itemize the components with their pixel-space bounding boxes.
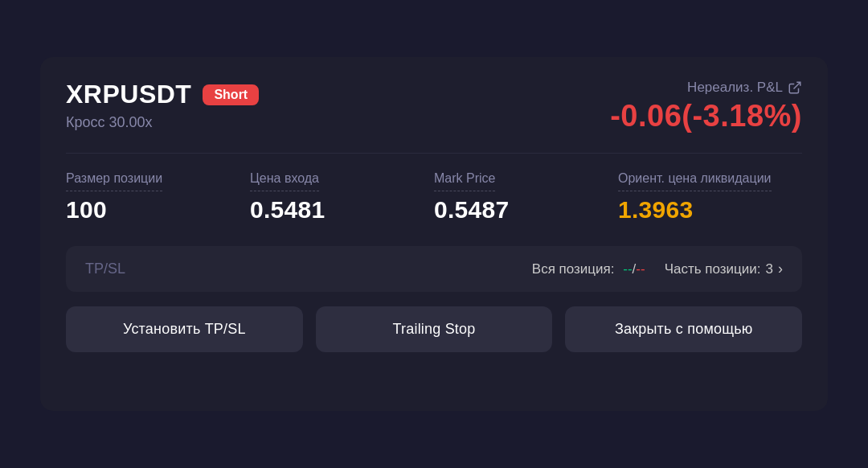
stat-value-position-size: 100 (66, 196, 250, 224)
stat-position-size: Размер позиции 100 (66, 171, 250, 224)
stat-label-entry-price: Цена входа (250, 171, 319, 191)
stat-value-liquidation-price: 1.3963 (618, 196, 802, 224)
pnl-value: -0.06(-3.18%) (610, 99, 802, 133)
stat-label-liquidation-price: Ориент. цена ликвидации (618, 171, 772, 191)
stat-label-mark-price: Mark Price (434, 171, 495, 191)
pnl-label: Нереализ. P&L (687, 80, 802, 96)
header-left: XRPUSDT Short Кросс 30.00x (66, 80, 259, 131)
stat-value-mark-price: 0.5487 (434, 196, 618, 224)
actions-row: Установить TP/SL Trailing Stop Закрыть с… (66, 306, 802, 352)
external-link-icon[interactable] (788, 80, 802, 95)
position-card: XRPUSDT Short Кросс 30.00x Нереализ. P&L… (40, 57, 828, 411)
stat-liquidation-price: Ориент. цена ликвидации 1.3963 (618, 171, 802, 224)
tpsl-all-label: Вся позиция: --/-- (532, 261, 645, 277)
title-row: XRPUSDT Short (66, 80, 259, 109)
svg-line-0 (794, 82, 800, 88)
tpsl-part: Часть позиции: 3 › (665, 261, 783, 277)
stat-label-position-size: Размер позиции (66, 171, 162, 191)
symbol: XRPUSDT (66, 80, 191, 109)
divider (66, 153, 802, 154)
short-badge: Short (203, 84, 259, 105)
tpsl-right: Вся позиция: --/-- Часть позиции: 3 › (532, 261, 783, 277)
stat-entry-price: Цена входа 0.5481 (250, 171, 434, 224)
chevron-right-icon: › (778, 261, 783, 277)
trailing-stop-button[interactable]: Trailing Stop (316, 306, 553, 352)
stats-row: Размер позиции 100 Цена входа 0.5481 Mar… (66, 171, 802, 224)
stat-value-entry-price: 0.5481 (250, 196, 434, 224)
header-right: Нереализ. P&L -0.06(-3.18%) (610, 80, 802, 133)
close-with-button[interactable]: Закрыть с помощью (565, 306, 802, 352)
header-row: XRPUSDT Short Кросс 30.00x Нереализ. P&L… (66, 80, 802, 133)
subtitle: Кросс 30.00x (66, 114, 259, 131)
tpsl-label: TP/SL (85, 261, 125, 277)
set-tpsl-button[interactable]: Установить TP/SL (66, 306, 303, 352)
stat-mark-price: Mark Price 0.5487 (434, 171, 618, 224)
tpsl-row[interactable]: TP/SL Вся позиция: --/-- Часть позиции: … (66, 246, 802, 292)
